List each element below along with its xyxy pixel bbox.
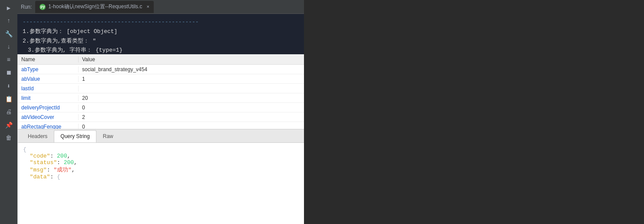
run-tab[interactable]: py 1-hook确认newSign位置--RequestUtils.c × <box>35 1 154 13</box>
sidebar: ▶ ↑ 🔧 ↓ ≡ ⏹ ⬇ 📋 🖨 📌 🗑 <box>0 0 17 224</box>
sidebar-icon-pin[interactable]: 📌 <box>2 119 16 131</box>
right-panel: Name Value abType social_brand_strategy_… <box>17 54 304 224</box>
sidebar-icon-dl[interactable]: ⬇ <box>2 80 16 92</box>
tab-title: 1-hook确认newSign位置--RequestUtils.c <box>48 3 142 10</box>
sidebar-icon-run[interactable]: ▶ <box>2 2 16 14</box>
sidebar-icon-up[interactable]: ↑ <box>2 15 16 27</box>
code-area: ----------------------------------------… <box>17 14 304 54</box>
td-name: limit <box>18 95 79 101</box>
json-line-5: "data": { <box>23 174 299 180</box>
td-value: social_brand_strategy_v454 <box>79 66 304 72</box>
td-value: 2 <box>79 114 304 120</box>
tab-query-string[interactable]: Query String <box>54 130 96 142</box>
json-line-4: "msg": "成功", <box>23 166 299 174</box>
code-line-1: 1.参数字典为： [object Object] <box>17 27 304 36</box>
table-row[interactable]: abVideoCover 2 <box>18 112 304 122</box>
code-line-3: 3.参数字典为, 字符串： {type=1} <box>23 46 299 54</box>
tabs-bar: Headers Query String Raw <box>18 129 304 143</box>
sidebar-icon-print[interactable]: 🖨 <box>2 106 16 118</box>
sidebar-icon-list[interactable]: ≡ <box>2 54 16 66</box>
sidebar-icon-copy[interactable]: 📋 <box>2 93 16 105</box>
th-name: Name <box>18 56 79 63</box>
table-row[interactable]: lastId <box>18 84 304 93</box>
th-value: Value <box>79 56 304 63</box>
table-row[interactable]: deliveryProjectId 0 <box>18 103 304 112</box>
td-value: 0 <box>79 105 304 111</box>
run-label: Run: <box>21 4 32 10</box>
python-icon: py <box>40 4 46 10</box>
sidebar-icon-stop[interactable]: ⏹ <box>2 67 16 79</box>
table-row[interactable]: abRectagFengge 0 <box>18 122 304 129</box>
json-area: { "code": 200, "status": 200, "msg": "成功… <box>18 143 304 224</box>
sidebar-icon-tool[interactable]: 🔧 <box>2 28 16 40</box>
code-dashed-1: ----------------------------------------… <box>17 17 304 27</box>
td-value: 20 <box>79 95 304 101</box>
td-name: abRectagFengge <box>18 124 79 129</box>
json-line-1: { <box>23 146 299 153</box>
td-name: lastId <box>18 86 79 92</box>
table-row[interactable]: limit 20 <box>18 93 304 103</box>
run-header: Run: py 1-hook确认newSign位置--RequestUtils.… <box>17 0 304 14</box>
table-row[interactable]: abValue 1 <box>18 74 304 84</box>
json-line-2: "code": 200, <box>23 153 299 159</box>
code-line-2: 2.参数字典为,查看类型： " 3.参数字典为, 字符串： {type=1} 4… <box>17 36 304 54</box>
sidebar-icon-delete[interactable]: 🗑 <box>2 132 16 144</box>
tab-raw[interactable]: Raw <box>96 130 120 142</box>
td-name: abValue <box>18 76 79 82</box>
sidebar-icon-down[interactable]: ↓ <box>2 41 16 53</box>
td-name: abVideoCover <box>18 114 79 120</box>
left-panel: ▶ ↑ 🔧 ↓ ≡ ⏹ ⬇ 📋 🖨 📌 🗑 Run: py 1-hook确认ne… <box>0 0 304 224</box>
json-line-3: "status": 200, <box>23 159 299 166</box>
td-name: deliveryProjectId <box>18 105 79 111</box>
td-value: 1 <box>79 76 304 82</box>
table-row[interactable]: abType social_brand_strategy_v454 <box>18 65 304 74</box>
network-table: Name Value abType social_brand_strategy_… <box>18 54 304 129</box>
td-value: 0 <box>79 124 304 129</box>
td-name: abType <box>18 66 79 72</box>
tab-close-button[interactable]: × <box>146 4 149 10</box>
run-bar: Run: py 1-hook确认newSign位置--RequestUtils.… <box>17 0 304 224</box>
table-header: Name Value <box>18 54 304 65</box>
tab-headers[interactable]: Headers <box>21 130 54 142</box>
